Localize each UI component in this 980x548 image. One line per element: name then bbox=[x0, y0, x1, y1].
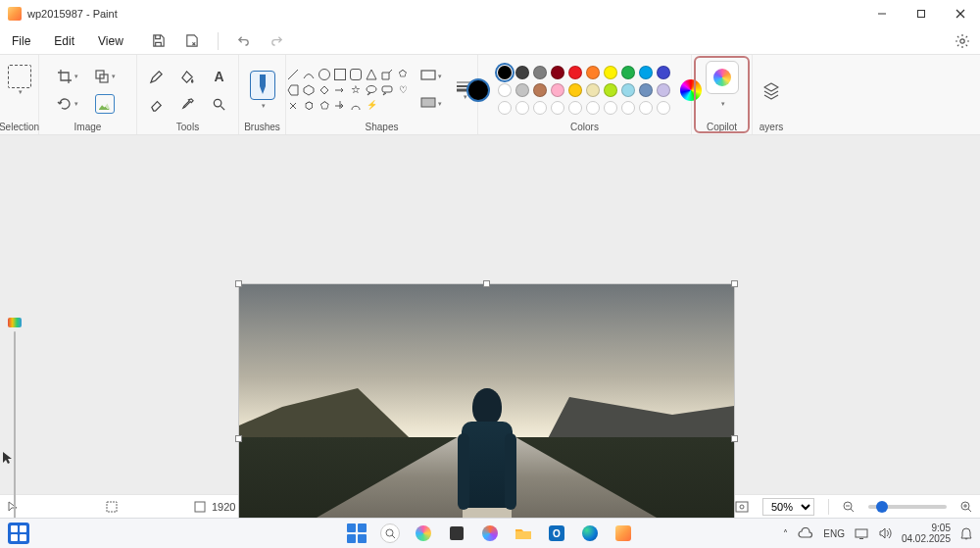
copilot-button[interactable] bbox=[706, 61, 739, 94]
svg-rect-19 bbox=[421, 98, 435, 107]
taskbar-app-icon[interactable] bbox=[447, 523, 466, 543]
resize-handle[interactable] bbox=[235, 280, 242, 287]
tray-volume-icon[interactable] bbox=[878, 527, 892, 539]
color-swatch-empty[interactable] bbox=[498, 101, 512, 115]
canvas[interactable] bbox=[239, 284, 734, 548]
color-swatch[interactable] bbox=[515, 66, 529, 79]
menu-file[interactable]: File bbox=[8, 32, 34, 50]
taskbar-edge-icon[interactable] bbox=[580, 523, 600, 543]
text-tool[interactable]: A bbox=[208, 65, 231, 88]
taskbar-outlook-icon[interactable]: O bbox=[547, 523, 566, 543]
color-swatch[interactable] bbox=[551, 66, 564, 79]
ribbon: ▾ Selection ▾ ▾ ▾ Image A bbox=[0, 55, 980, 135]
tray-language[interactable]: ENG bbox=[823, 528, 845, 539]
zoom-in-button[interactable] bbox=[960, 501, 972, 513]
color1-swatch[interactable] bbox=[466, 78, 490, 102]
shape-outline-button[interactable]: ▾ bbox=[419, 65, 443, 88]
svg-line-29 bbox=[851, 509, 854, 512]
crop-tool[interactable]: ▾ bbox=[56, 65, 79, 88]
color-swatch[interactable] bbox=[533, 83, 547, 97]
maximize-button[interactable] bbox=[902, 0, 941, 27]
zoom-out-button[interactable] bbox=[843, 501, 855, 513]
save-icon[interactable] bbox=[151, 33, 167, 49]
resize-handle[interactable] bbox=[731, 435, 738, 442]
start-button[interactable] bbox=[347, 523, 367, 543]
color-swatch-empty[interactable] bbox=[551, 101, 564, 115]
color-swatch-empty[interactable] bbox=[515, 101, 529, 115]
fit-to-window-button[interactable] bbox=[735, 501, 749, 513]
resize-handle[interactable] bbox=[483, 280, 490, 287]
picture-icon bbox=[95, 94, 115, 114]
color-swatch-empty[interactable] bbox=[621, 101, 635, 115]
taskbar-search[interactable] bbox=[380, 523, 400, 543]
color-swatch[interactable] bbox=[657, 83, 670, 97]
color-swatch[interactable] bbox=[639, 83, 653, 97]
color-swatch-empty[interactable] bbox=[586, 101, 600, 115]
taskbar-copilot-icon[interactable] bbox=[414, 523, 433, 543]
color-swatch[interactable] bbox=[533, 66, 547, 79]
taskbar-paint-icon[interactable] bbox=[613, 523, 633, 543]
color-swatch[interactable] bbox=[586, 66, 600, 79]
color-swatch[interactable] bbox=[568, 66, 582, 79]
pencil-tool[interactable] bbox=[145, 65, 169, 88]
menu-view[interactable]: View bbox=[94, 32, 127, 50]
color-swatch[interactable] bbox=[621, 66, 635, 79]
color-swatch-empty[interactable] bbox=[657, 101, 670, 115]
color-swatch[interactable] bbox=[498, 83, 512, 97]
magnifier-tool[interactable] bbox=[208, 92, 231, 116]
brush-tool[interactable]: ▾ bbox=[246, 71, 279, 110]
zoom-select[interactable]: 50% bbox=[762, 498, 814, 516]
taskbar-explorer-icon[interactable] bbox=[514, 523, 533, 543]
tray-clock[interactable]: 9:05 04.02.2025 bbox=[902, 523, 951, 544]
svg-rect-17 bbox=[382, 86, 392, 92]
color-swatch-empty[interactable] bbox=[568, 101, 582, 115]
tray-chevron-icon[interactable]: ˄ bbox=[783, 528, 788, 539]
color-swatch[interactable] bbox=[551, 83, 564, 97]
eraser-tool[interactable] bbox=[145, 92, 169, 116]
eyedropper-tool[interactable] bbox=[176, 92, 200, 116]
color-swatch[interactable] bbox=[604, 83, 617, 97]
layers-button[interactable] bbox=[760, 79, 782, 101]
save-as-icon[interactable] bbox=[184, 33, 200, 49]
color-swatch[interactable] bbox=[586, 83, 600, 97]
color-swatch[interactable] bbox=[639, 66, 653, 79]
selection-tool[interactable]: ▾ bbox=[3, 61, 36, 100]
tray-network-icon[interactable] bbox=[855, 527, 868, 539]
resize-handle[interactable] bbox=[235, 435, 242, 442]
color-swatch[interactable] bbox=[515, 83, 529, 97]
start-button-alt[interactable] bbox=[8, 523, 29, 544]
color-swatch[interactable] bbox=[604, 66, 617, 79]
workspace[interactable] bbox=[0, 135, 980, 494]
tray-cloud-icon[interactable] bbox=[798, 527, 813, 539]
shapes-gallery[interactable]: ⬠ ☆ ♡ ⬡ ⬠ ⚡ bbox=[287, 69, 410, 113]
shape-fill-button[interactable]: ▾ bbox=[419, 92, 443, 116]
taskbar-app-icon[interactable] bbox=[480, 523, 500, 543]
undo-icon[interactable] bbox=[236, 33, 252, 49]
fill-tool[interactable] bbox=[176, 65, 200, 88]
color-swatch[interactable] bbox=[498, 66, 512, 79]
canvas-selection[interactable] bbox=[239, 284, 734, 548]
tray-notifications-icon[interactable] bbox=[960, 526, 972, 540]
zoom-slider[interactable] bbox=[868, 505, 947, 509]
color-swatch-empty[interactable] bbox=[533, 101, 547, 115]
image-import-tool[interactable] bbox=[93, 92, 117, 116]
close-button[interactable] bbox=[941, 0, 980, 27]
color-swatch-empty[interactable] bbox=[604, 101, 617, 115]
resize-tool[interactable]: ▾ bbox=[93, 65, 117, 88]
settings-gear-icon[interactable] bbox=[955, 33, 970, 49]
redo-icon[interactable] bbox=[270, 33, 285, 49]
color-swatch[interactable] bbox=[657, 66, 670, 79]
svg-rect-36 bbox=[856, 529, 867, 537]
minimize-button[interactable] bbox=[862, 0, 902, 27]
paint-app-icon bbox=[8, 7, 22, 21]
color-swatch-empty[interactable] bbox=[639, 101, 653, 115]
color-swatch[interactable] bbox=[568, 83, 582, 97]
resize-handle[interactable] bbox=[731, 280, 738, 287]
rotate-tool[interactable]: ▾ bbox=[56, 92, 79, 116]
color-swatch[interactable] bbox=[621, 83, 635, 97]
zoom-slider-thumb[interactable] bbox=[876, 501, 888, 513]
svg-marker-10 bbox=[367, 70, 376, 79]
brush-size-slider[interactable] bbox=[8, 331, 22, 543]
svg-line-8 bbox=[220, 106, 224, 110]
menu-edit[interactable]: Edit bbox=[50, 32, 78, 50]
